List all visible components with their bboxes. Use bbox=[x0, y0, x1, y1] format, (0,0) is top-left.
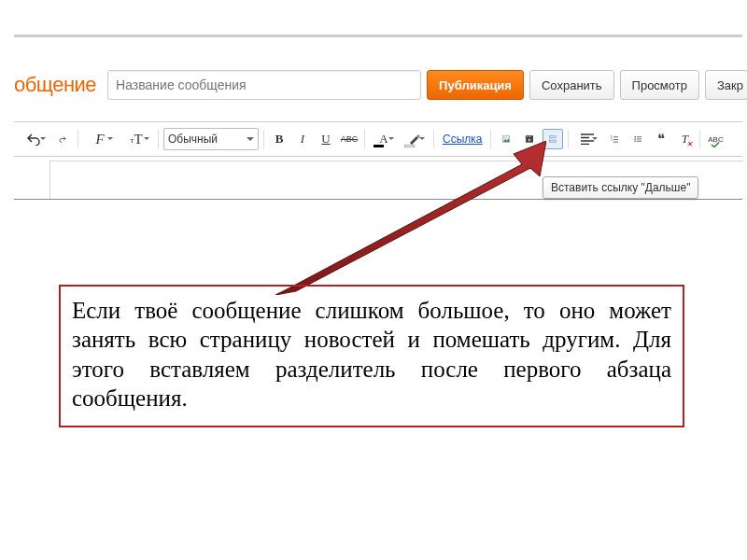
undo-icon bbox=[26, 133, 41, 146]
redo-icon bbox=[59, 133, 66, 146]
svg-rect-6 bbox=[529, 136, 530, 137]
redo-button[interactable] bbox=[52, 129, 73, 149]
svg-text:2: 2 bbox=[611, 138, 613, 142]
unordered-list-button[interactable] bbox=[627, 129, 648, 149]
underline-button[interactable]: U bbox=[316, 129, 336, 149]
toolbar-separator bbox=[699, 130, 700, 148]
insert-video-button[interactable] bbox=[519, 129, 540, 149]
post-title-input[interactable] bbox=[107, 70, 421, 100]
remove-x-icon: ✕ bbox=[686, 141, 693, 148]
save-button[interactable]: Сохранить bbox=[529, 70, 614, 100]
ordered-list-icon: 1 2 bbox=[611, 133, 618, 145]
toolbar-separator bbox=[433, 130, 434, 148]
toolbar-separator bbox=[364, 130, 365, 148]
highlight-swatch bbox=[404, 145, 415, 147]
svg-rect-8 bbox=[550, 136, 557, 138]
align-button[interactable] bbox=[573, 129, 601, 149]
undo-dropdown-button[interactable] bbox=[18, 129, 49, 149]
svg-rect-4 bbox=[527, 136, 528, 137]
publish-button[interactable]: Публикация bbox=[427, 70, 524, 100]
svg-point-20 bbox=[635, 136, 636, 137]
font-family-button[interactable]: F bbox=[83, 129, 117, 149]
text-color-swatch bbox=[374, 145, 384, 147]
jump-break-tooltip: Вставить ссылку "Дальше" bbox=[543, 176, 698, 199]
remove-formatting-button[interactable]: T ✕ bbox=[674, 129, 695, 149]
editor-divider bbox=[14, 199, 742, 200]
svg-rect-9 bbox=[550, 141, 557, 143]
page-title: общение bbox=[14, 73, 96, 97]
toolbar-separator bbox=[263, 130, 264, 148]
svg-rect-5 bbox=[529, 136, 529, 137]
toolbar-separator bbox=[568, 130, 569, 148]
highlight-color-button[interactable] bbox=[401, 129, 429, 149]
text-color-button[interactable]: A bbox=[370, 129, 398, 149]
style-select-value: Обычный bbox=[168, 133, 218, 146]
toolbar-separator bbox=[490, 130, 491, 148]
strikethrough-button[interactable]: ABC bbox=[339, 129, 359, 149]
blockquote-button[interactable]: ❝ bbox=[651, 129, 671, 149]
close-button[interactable]: Закр bbox=[705, 70, 747, 100]
bold-button[interactable]: B bbox=[269, 129, 289, 149]
italic-button[interactable]: I bbox=[292, 129, 313, 149]
align-left-icon bbox=[581, 133, 594, 145]
insert-jump-break-button[interactable] bbox=[543, 129, 563, 149]
insert-image-button[interactable] bbox=[496, 129, 516, 149]
check-icon bbox=[711, 142, 720, 147]
toolbar-separator bbox=[158, 130, 159, 148]
svg-point-24 bbox=[635, 141, 636, 142]
editor-toolbar: F тT Обычный B I U ABC A Ссылка bbox=[14, 121, 742, 157]
instruction-annotation: Если твоё сообщение слишком большое, то … bbox=[59, 285, 684, 427]
unordered-list-icon bbox=[634, 133, 641, 145]
top-divider bbox=[14, 35, 742, 37]
video-icon bbox=[526, 133, 533, 146]
svg-point-1 bbox=[504, 137, 506, 139]
insert-link-button[interactable]: Ссылка bbox=[439, 133, 486, 146]
svg-rect-7 bbox=[531, 136, 532, 137]
font-size-button[interactable]: тT bbox=[120, 129, 153, 149]
highlighter-icon bbox=[408, 133, 421, 146]
image-icon bbox=[502, 133, 510, 146]
svg-point-22 bbox=[635, 138, 636, 139]
toolbar-separator bbox=[78, 130, 78, 148]
paragraph-style-select[interactable]: Обычный bbox=[163, 128, 259, 150]
jump-break-icon bbox=[549, 132, 557, 147]
ordered-list-button[interactable]: 1 2 bbox=[604, 129, 625, 149]
preview-button[interactable]: Просмотр bbox=[620, 70, 699, 100]
spellcheck-button[interactable]: ABC bbox=[705, 129, 726, 149]
header-bar: общение Публикация Сохранить Просмотр За… bbox=[14, 69, 742, 101]
